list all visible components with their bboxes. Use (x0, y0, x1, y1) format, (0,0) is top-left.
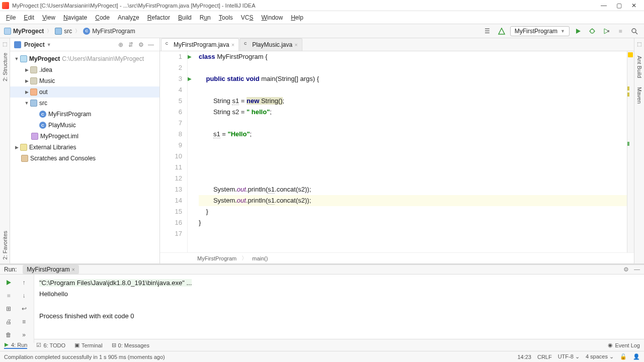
wrap-icon[interactable]: ↩ (18, 303, 31, 315)
bottom-tab-eventlog[interactable]: ◉ Event Log (608, 342, 640, 348)
favorites-tool-tab[interactable]: 2: Favorites (2, 231, 8, 259)
step-up-icon[interactable]: ↑ (18, 277, 31, 289)
close-icon[interactable]: × (231, 42, 234, 48)
editor-tabs: CMyFirstProgram.java× CPlayMusic.java× (160, 38, 634, 51)
line-separator[interactable]: CRLF (537, 354, 552, 360)
project-panel-title: Project (24, 41, 45, 48)
tab-myfirstprogram[interactable]: CMyFirstProgram.java× (161, 38, 239, 51)
tab-playmusic[interactable]: CPlayMusic.java× (239, 38, 302, 51)
tree-external-libs[interactable]: ▶External Libraries (10, 142, 159, 153)
coverage-button[interactable] (601, 26, 612, 37)
print-icon[interactable]: 🖨 (2, 316, 15, 328)
project-tool-tab[interactable]: ⬚ (3, 41, 7, 47)
run-main-icon[interactable]: ▶ (188, 73, 197, 84)
run-label: Run: (4, 266, 17, 273)
breadcrumb-src[interactable]: src (55, 28, 72, 35)
debug-button[interactable] (587, 26, 598, 37)
hide-panel-icon[interactable]: — (634, 266, 640, 273)
project-structure-icon[interactable]: ☰ (482, 26, 493, 37)
bottom-tab-terminal[interactable]: ▣ Terminal (74, 342, 103, 348)
tree-iml[interactable]: MyProgect.iml (10, 131, 159, 142)
tree-out[interactable]: ▶out (10, 86, 159, 98)
menu-run[interactable]: Run (196, 13, 215, 22)
menu-help[interactable]: Help (287, 13, 307, 22)
build-icon[interactable] (496, 26, 507, 37)
bottom-tab-run[interactable]: 4: Run (4, 342, 27, 349)
tree-scratches[interactable]: Scratches and Consoles (10, 153, 159, 164)
tree-class-1[interactable]: CMyFirstProgram (10, 109, 159, 120)
tree-idea[interactable]: ▶.idea (10, 64, 159, 75)
chevron-right-icon: 〉 (75, 28, 80, 35)
svg-marker-0 (499, 28, 505, 34)
rerun-icon[interactable] (2, 277, 15, 289)
run-tab-myfirstprogram[interactable]: MyFirstProgram× (23, 265, 78, 274)
gear-icon[interactable]: ⚙ (136, 40, 145, 49)
menu-vcs[interactable]: VCS (237, 13, 258, 22)
more-icon[interactable]: » (18, 329, 31, 341)
layout-icon[interactable]: ⊞ (2, 303, 15, 315)
breadcrumb-root[interactable]: MyProgect (4, 28, 44, 35)
close-icon[interactable]: × (294, 42, 297, 48)
svg-marker-1 (576, 29, 581, 34)
tree-music[interactable]: ▶Music (10, 75, 159, 86)
maximize-button[interactable]: ▢ (615, 2, 623, 10)
run-gutter[interactable]: ▶ ▶ (188, 51, 197, 252)
cursor-position[interactable]: 14:23 (517, 354, 531, 360)
menu-analyze[interactable]: Analyze (114, 13, 143, 22)
close-button[interactable]: ✕ (630, 2, 638, 10)
tree-root[interactable]: ▼MyProgectC:\Users\Marsianin\MyProgect (10, 53, 159, 64)
project-tree: ▼MyProgectC:\Users\Marsianin\MyProgect ▶… (10, 51, 159, 166)
step-down-icon[interactable]: ↓ (18, 290, 31, 302)
menu-tools[interactable]: Tools (215, 13, 237, 22)
svg-point-8 (632, 29, 636, 33)
readonly-lock-icon[interactable]: 🔓 (620, 353, 627, 360)
encoding[interactable]: UTF-8 ⌄ (558, 353, 580, 360)
svg-marker-10 (7, 280, 11, 285)
gear-icon[interactable]: ⚙ (623, 266, 629, 273)
menu-refactor[interactable]: Refactor (143, 13, 174, 22)
menu-edit[interactable]: Edit (20, 13, 38, 22)
menu-navigate[interactable]: Navigate (59, 13, 91, 22)
structure-tool-tab[interactable]: 2: Structure (2, 53, 8, 81)
breadcrumb-file[interactable]: CMyFirstProgram (83, 28, 135, 35)
run-button[interactable] (573, 26, 584, 37)
editor-marker-bar[interactable] (627, 51, 634, 252)
run-class-icon[interactable]: ▶ (188, 51, 197, 62)
search-icon[interactable] (629, 26, 640, 37)
svg-rect-7 (607, 30, 609, 32)
breadcrumb: MyProgect 〉 src 〉 CMyFirstProgram (4, 28, 135, 35)
console-output[interactable]: "C:\Program Files\Java\jdk1.8.0_191\bin\… (34, 275, 644, 343)
bottom-tab-todo[interactable]: ☑ 6: TODO (36, 342, 65, 348)
minimize-button[interactable]: — (600, 2, 608, 10)
filter-icon[interactable]: ≡ (18, 316, 31, 328)
tree-class-2[interactable]: CPlayMusic (10, 120, 159, 131)
menu-view[interactable]: View (38, 13, 59, 22)
hide-panel-icon[interactable]: — (146, 40, 155, 49)
menu-build[interactable]: Build (174, 13, 196, 22)
editor-breadcrumbs[interactable]: MyFirstProgram〉main() (160, 252, 634, 263)
run-configuration-select[interactable]: MyFirstProgram▼ (510, 26, 570, 36)
maven-tab[interactable]: Maven (636, 87, 642, 104)
stop-icon: ■ (2, 290, 15, 302)
menu-window[interactable]: Window (257, 13, 287, 22)
close-icon[interactable]: × (72, 267, 75, 273)
menu-code[interactable]: Code (91, 13, 114, 22)
locate-icon[interactable]: ⊕ (116, 40, 125, 49)
chevron-down-icon[interactable]: ▼ (47, 42, 51, 47)
antbuild-tool-tab[interactable]: ⬚ (637, 41, 641, 47)
menu-file[interactable]: File (2, 13, 20, 22)
code-editor[interactable]: 1234567891011121314151617 ▶ ▶ class MyFi… (160, 51, 634, 252)
hector-icon[interactable]: 👤 (633, 353, 640, 360)
line-numbers: 1234567891011121314151617 (160, 51, 188, 252)
app-icon (2, 2, 9, 9)
chevron-right-icon: 〉 (47, 28, 52, 35)
tree-src[interactable]: ▼src (10, 98, 159, 109)
stop-button: ■ (615, 26, 626, 37)
inspection-indicator-icon[interactable] (628, 52, 633, 57)
ant-build-tab[interactable]: Ant Build (636, 56, 642, 78)
collapse-icon[interactable]: ⇵ (126, 40, 135, 49)
indent[interactable]: 4 spaces ⌄ (586, 353, 614, 360)
delete-icon[interactable]: 🗑 (2, 329, 15, 341)
svg-line-9 (635, 32, 637, 34)
bottom-tab-messages[interactable]: ⊟ 0: Messages (112, 342, 149, 348)
